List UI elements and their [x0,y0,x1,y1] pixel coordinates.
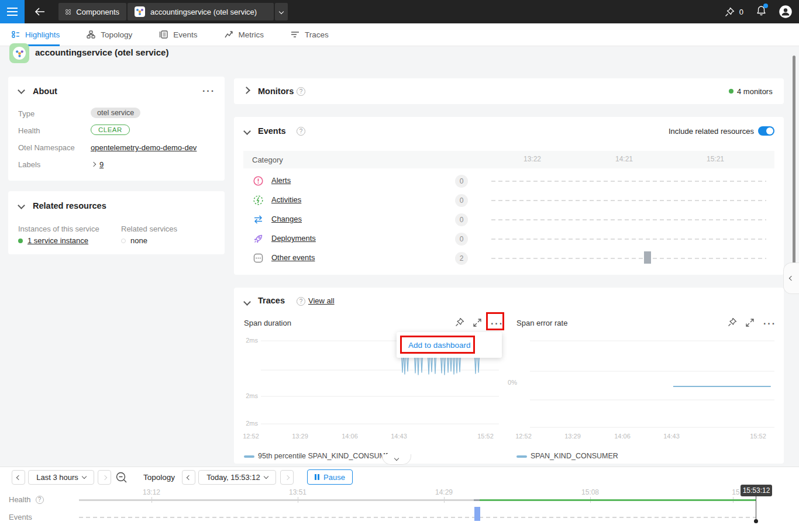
events-help-icon[interactable]: ? [297,127,305,136]
span-duration-legend-label: 95th percentile SPAN_KIND_CONSUMER [258,452,388,460]
chevron-down-icon [279,9,284,14]
span-error-rate-more-icon[interactable]: ··· [763,321,776,327]
collapse-related-icon[interactable] [18,202,25,209]
deployments-count-badge: 0 [455,233,468,246]
about-more-icon[interactable]: ··· [202,88,215,94]
datetime-dropdown[interactable]: Today, 15:53:12 [198,470,276,485]
tab-events-label: Events [173,23,197,46]
health-row-label: Health ? [9,495,44,504]
add-to-dashboard-menu-item[interactable]: Add to dashboard [408,341,471,350]
type-label: Type [18,109,35,118]
health-help-icon[interactable]: ? [36,496,44,504]
collapse-events-icon[interactable] [243,127,251,135]
tab-traces-label: Traces [305,23,329,46]
zoom-out-icon[interactable] [115,471,128,484]
page-title: accountingservice (otel service) [35,47,168,57]
labels-expand-icon[interactable] [91,162,96,167]
top-bar-actions: 0 [725,0,792,23]
other-events-icon [253,253,263,263]
view-tabs: Highlights Topology Events Metrics Trace… [0,23,799,46]
right-panel-collapse-handle[interactable] [783,262,799,294]
span-duration-more-icon[interactable]: ··· [491,321,504,327]
activities-link[interactable]: Activities [271,195,301,204]
span-duration-ytick-2: 2ms [234,392,258,399]
monitors-help-icon[interactable]: ? [297,87,305,96]
service-type-icon [9,43,29,63]
health-timeline-green[interactable] [480,499,756,501]
section-collapse-handle[interactable] [382,454,411,465]
tab-service[interactable]: accountingservice (otel service) [128,3,274,20]
sd-xtick-1: 12:52 [236,433,266,440]
span-error-rate-expand-icon[interactable] [745,318,755,327]
include-related-toggle[interactable] [758,126,774,136]
related-services-label: Related services [121,224,177,233]
span-error-rate-pin-icon[interactable] [728,317,737,327]
table-row-deployments: Deployments 0 [243,229,774,248]
time-cursor-line[interactable] [756,496,756,520]
labels-label: Labels [18,160,40,169]
ser-xtick-3: 14:06 [608,433,637,440]
datetime-prev-button[interactable] [182,470,195,485]
related-resources-title: Related resources [33,201,106,210]
span-error-rate-chart[interactable] [530,336,774,433]
time-cursor-handle[interactable] [754,519,758,523]
user-avatar[interactable] [779,5,792,18]
alerts-link[interactable]: Alerts [271,176,291,185]
pinned-items-button[interactable]: 0 [725,7,743,17]
datetime-next-button[interactable] [280,470,294,485]
health-timeline-gray[interactable] [79,499,474,501]
tab-dropdown-button[interactable] [275,3,288,20]
hamburger-menu-icon[interactable] [0,0,25,23]
span-error-rate-legend-label: SPAN_KIND_CONSUMER [531,452,648,460]
namespace-link[interactable]: opentelemetry-demo-demo-dev [91,143,197,152]
alert-icon [253,176,263,186]
other-events-link[interactable]: Other events [271,253,315,262]
vertical-scrollbar[interactable] [793,56,795,266]
time-range-dropdown[interactable]: Last 3 hours [28,470,94,485]
deployments-link[interactable]: Deployments [271,234,316,243]
instances-label: Instances of this service [18,224,99,233]
sd-xtick-5: 15:52 [471,433,500,440]
pause-icon [315,474,319,480]
time-range-label: Last 3 hours [36,473,78,482]
pause-button[interactable]: Pause [307,469,353,485]
alerts-timeline [491,181,766,182]
events-timeline-dashed[interactable] [79,517,756,518]
metrics-icon [225,30,233,39]
collapse-traces-icon[interactable] [243,298,251,306]
tab-highlights[interactable]: Highlights [12,23,60,46]
tab-components[interactable]: Components [58,3,126,20]
collapse-about-icon[interactable] [18,87,25,94]
span-duration-legend-swatch [244,455,254,458]
changes-count-badge: 0 [455,213,468,226]
monitors-health-dot [729,89,733,94]
events-timeline-bar[interactable] [474,507,480,521]
labels-count-link[interactable]: 9 [99,160,104,169]
traces-help-icon[interactable]: ? [297,297,305,306]
range-next-button[interactable] [98,470,111,485]
notifications-button[interactable] [756,5,766,18]
about-card: About ··· Type otel service Health CLEAR… [8,77,225,181]
expand-monitors-icon[interactable] [243,87,250,94]
service-instance-link[interactable]: 1 service instance [27,236,88,245]
view-all-link[interactable]: View all [308,296,335,305]
tab-metrics[interactable]: Metrics [225,23,264,46]
namespace-label: Otel Namespace [18,143,75,152]
tab-traces[interactable]: Traces [291,23,329,46]
span-duration-ytick-1: 2ms [234,337,258,344]
back-button[interactable] [33,5,47,19]
health-timeline-unknown[interactable] [474,499,480,501]
tab-topology[interactable]: Topology [87,23,132,46]
alerts-count-badge: 0 [455,175,468,188]
range-prev-button[interactable] [12,470,25,485]
traces-card: Traces ? View all Span duration ··· 2ms … [234,288,784,464]
span-error-rate-ytick-1: 0% [504,379,517,386]
span-duration-pin-icon[interactable] [455,317,464,327]
changes-link[interactable]: Changes [271,215,302,223]
datetime-label: Today, 15:53:12 [206,473,260,482]
span-duration-expand-icon[interactable] [473,318,482,327]
other-events-count-badge: 2 [455,252,468,265]
other-events-bar[interactable] [644,251,651,264]
related-services-value: none [130,236,147,245]
tab-events[interactable]: Events [159,23,197,46]
